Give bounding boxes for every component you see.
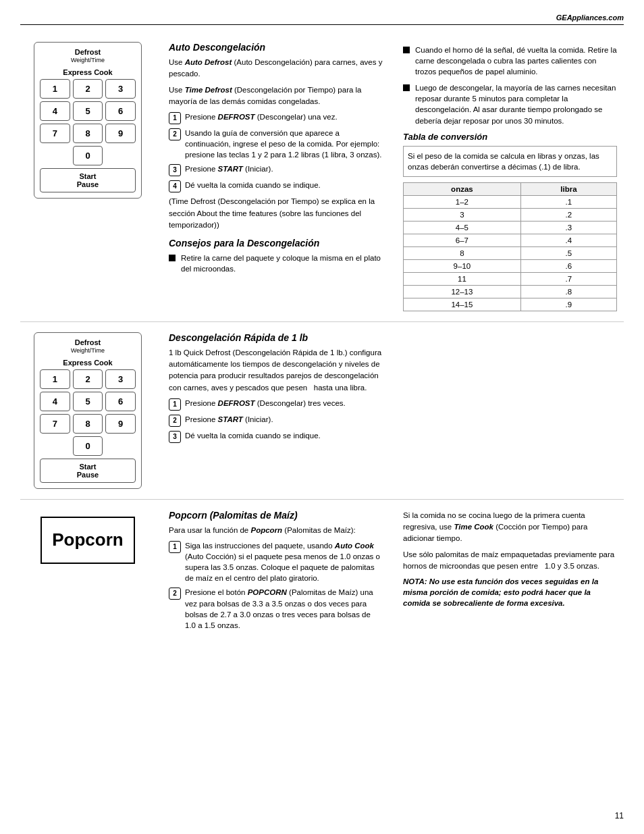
table-row: 4–5.3 (404, 221, 617, 234)
table-row: 9–10.6 (404, 259, 617, 272)
key2-7[interactable]: 7 (40, 414, 70, 434)
key2-9[interactable]: 9 (105, 414, 136, 434)
col-libra: libra (520, 182, 616, 195)
key-4[interactable]: 4 (40, 101, 70, 121)
section-auto-defrost: Defrost Weight/Time Express Cook 1 2 3 4… (20, 32, 624, 322)
table-row: 8.5 (404, 246, 617, 259)
key-1[interactable]: 1 (40, 79, 70, 99)
website-header: GEAppliances.com (20, 14, 624, 25)
key2-8[interactable]: 8 (73, 414, 103, 434)
section-quick-defrost: Defrost Weight/Time Express Cook 1 2 3 4… (20, 322, 624, 500)
keypad2: Defrost Weight/Time Express Cook 1 2 3 4… (34, 332, 142, 489)
popcorn-right-text2: Use sólo palomitas de maíz empaquetadas … (403, 549, 617, 573)
table-row: 6–7.4 (404, 234, 617, 246)
qd-step3: 3 Dé vuelta la comida cuando se indique. (169, 430, 383, 443)
step4: 4 Dé vuelta la comida cuando se indique. (169, 180, 383, 192)
tabla-intro: Si el peso de la comida se calcula en li… (403, 146, 617, 177)
popcorn-steps: 1 Siga las instrucciones del paquete, us… (169, 540, 383, 631)
popcorn-title: Popcorn (Palomitas de Maíz) (169, 510, 383, 521)
right-bullets: Cuando el horno dé la señal, dé vuelta l… (403, 45, 617, 126)
table-row: 14–15.9 (404, 298, 617, 311)
quick-defrost-right (396, 332, 624, 489)
key-0[interactable]: 0 (73, 146, 103, 165)
right-bullet1: Cuando el horno dé la señal, dé vuelta l… (403, 45, 617, 77)
table-row: 11.7 (404, 272, 617, 285)
qd-step1: 1 Presione DEFROST (Descongelar) tres ve… (169, 398, 383, 411)
key-3[interactable]: 3 (105, 79, 136, 99)
key-7[interactable]: 7 (40, 124, 70, 143)
qd-step2: 2 Presione START (Iniciar). (169, 414, 383, 427)
key2-6[interactable]: 6 (105, 392, 136, 411)
popcorn-right-text1: Si la comida no se cocina luego de la pr… (403, 510, 617, 545)
auto-defrost-title: Auto Descongelación (169, 42, 383, 53)
keypad1: Defrost Weight/Time Express Cook 1 2 3 4… (34, 42, 142, 199)
popcorn-left: Popcorn (20, 510, 155, 634)
key2-4[interactable]: 4 (40, 392, 70, 411)
key2-1[interactable]: 1 (40, 369, 70, 389)
pop-step1: 1 Siga las instrucciones del paquete, us… (169, 540, 383, 583)
key-5[interactable]: 5 (73, 101, 103, 121)
right-bullet2: Luego de descongelar, la mayoría de las … (403, 82, 617, 126)
auto-defrost-note: (Time Defrost (Descongelación por Tiempo… (169, 196, 383, 231)
keypad1-title: Defrost Weight/Time (40, 48, 136, 64)
key-zero-row: 0 (40, 146, 136, 165)
key2-0[interactable]: 0 (73, 436, 103, 456)
website-text: GEAppliances.com (556, 14, 624, 22)
key2-2[interactable]: 2 (73, 369, 103, 389)
auto-defrost-steps: 1 Presione DEFROST (Descongelar) una vez… (169, 111, 383, 192)
conversion-table: onzas libra 1–2.13.24–5.36–7.48.59–10.61… (403, 182, 617, 311)
quick-defrost-title: Descongelación Rápida de 1 lb (169, 332, 383, 343)
quick-defrost-steps: 1 Presione DEFROST (Descongelar) tres ve… (169, 398, 383, 443)
popcorn-content: Popcorn (Palomitas de Maíz) Para usar la… (155, 510, 396, 634)
key-start-pause2[interactable]: StartPause (40, 459, 136, 483)
quick-defrost-para1: 1 lb Quick Defrost (Descongelación Rápid… (169, 347, 383, 394)
auto-defrost-para1: Use Auto Defrost (Auto Descongelación) p… (169, 57, 383, 80)
quick-defrost-content: Descongelación Rápida de 1 lb 1 lb Quick… (155, 332, 396, 489)
consejos-bullets: Retire la carne del paquete y coloque la… (169, 253, 383, 274)
express-cook2: Express Cook (40, 359, 136, 367)
keypad1-grid: 1 2 3 4 5 6 7 8 9 (40, 79, 136, 143)
keypad-section2: Defrost Weight/Time Express Cook 1 2 3 4… (20, 332, 155, 489)
popcorn-right: Si la comida no se cocina luego de la pr… (396, 510, 624, 634)
consejos-title: Consejos para la Descongelación (169, 238, 383, 249)
section-popcorn: Popcorn Popcorn (Palomitas de Maíz) Para… (20, 500, 624, 644)
key-2[interactable]: 2 (73, 79, 103, 99)
step3: 3 Presione START (Iniciar). (169, 163, 383, 176)
page-number: 11 (615, 811, 624, 820)
popcorn-note: NOTA: No use esta función dos veces segu… (403, 576, 617, 608)
keypad2-grid: 1 2 3 4 5 6 7 8 9 (40, 369, 136, 434)
col-onzas: onzas (404, 182, 521, 195)
key2-3[interactable]: 3 (105, 369, 136, 389)
table-row: 1–2.1 (404, 195, 617, 208)
popcorn-para1: Para usar la función de Popcorn (Palomit… (169, 525, 383, 536)
key2-5[interactable]: 5 (73, 392, 103, 411)
step2: 2 Usando la guía de conversión que apare… (169, 128, 383, 160)
table-row: 3.2 (404, 208, 617, 221)
auto-defrost-right: Cuando el horno dé la señal, dé vuelta l… (396, 42, 624, 311)
key2-zero-row: 0 (40, 436, 136, 456)
express-cook1: Express Cook (40, 68, 136, 76)
consejo1: Retire la carne del paquete y coloque la… (169, 253, 383, 274)
key-start-pause1[interactable]: StartPause (40, 168, 136, 192)
keypad-section1: Defrost Weight/Time Express Cook 1 2 3 4… (20, 42, 155, 311)
tabla-title: Tabla de conversión (403, 132, 617, 142)
key-6[interactable]: 6 (105, 101, 136, 121)
pop-step2: 2 Presione el botón POPCORN (Palomitas d… (169, 587, 383, 630)
auto-defrost-content: Auto Descongelación Use Auto Defrost (Au… (155, 42, 396, 311)
key-8[interactable]: 8 (73, 124, 103, 143)
key-9[interactable]: 9 (105, 124, 136, 143)
popcorn-button[interactable]: Popcorn (41, 517, 135, 564)
table-row: 12–13.8 (404, 285, 617, 298)
keypad2-title: Defrost Weight/Time (40, 338, 136, 355)
auto-defrost-para2: Use Time Defrost (Descongelación por Tie… (169, 84, 383, 108)
step1: 1 Presione DEFROST (Descongelar) una vez… (169, 111, 383, 124)
